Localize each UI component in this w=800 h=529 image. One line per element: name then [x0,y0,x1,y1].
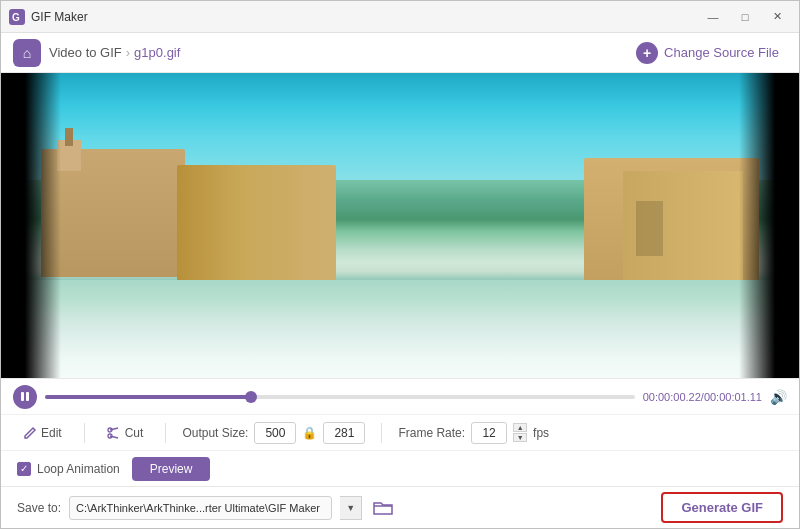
cut-label: Cut [125,426,144,440]
edit-label: Edit [41,426,62,440]
progress-fill [45,395,251,399]
title-bar: G GIF Maker — □ ✕ [1,1,799,33]
frame-rate-group: Frame Rate: ▲ ▼ fps [398,422,549,444]
preview-button[interactable]: Preview [132,457,211,481]
pause-button[interactable] [13,385,37,409]
change-source-icon: + [636,42,658,64]
save-path-input[interactable] [69,496,332,520]
video-letterbox-left [1,73,61,378]
app-window: G GIF Maker — □ ✕ ⌂ Video to GIF › g1p0.… [0,0,800,529]
pause-icon [21,392,29,401]
options-bar: ✓ Loop Animation Preview [1,450,799,486]
open-folder-button[interactable] [370,495,396,521]
edit-icon [23,426,37,440]
save-bar: Save to: ▼ Generate GIF [1,486,799,528]
breadcrumb: Video to GIF › g1p0.gif [49,45,180,60]
loop-animation-checkbox[interactable]: ✓ [17,462,31,476]
nav-bar: ⌂ Video to GIF › g1p0.gif + Change Sourc… [1,33,799,73]
fps-label: fps [533,426,549,440]
breadcrumb-current: g1p0.gif [134,45,180,60]
breadcrumb-parent[interactable]: Video to GIF [49,45,122,60]
lock-icon[interactable]: 🔒 [302,426,317,440]
output-size-label: Output Size: [182,426,248,440]
frame-rate-input[interactable] [471,422,507,444]
playback-controls: 00:00:00.22/00:00:01.11 🔊 [1,378,799,414]
cut-button[interactable]: Cut [101,423,150,443]
svg-text:G: G [12,12,20,23]
toolbar-separator-2 [165,423,166,443]
breadcrumb-separator: › [126,45,130,60]
toolbar: Edit Cut Output Size: 🔒 Frame Rate: ▲ [1,414,799,450]
video-player [1,73,799,378]
toolbar-separator-3 [381,423,382,443]
frame-rate-label: Frame Rate: [398,426,465,440]
output-height-input[interactable] [323,422,365,444]
progress-thumb[interactable] [245,391,257,403]
home-icon[interactable]: ⌂ [13,39,41,67]
minimize-button[interactable]: — [699,7,727,27]
window-title: GIF Maker [31,10,699,24]
generate-container: Generate GIF [661,492,783,523]
toolbar-separator-1 [84,423,85,443]
volume-icon[interactable]: 🔊 [770,389,787,405]
spinner-down-button[interactable]: ▼ [513,433,527,442]
save-path-dropdown-button[interactable]: ▼ [340,496,362,520]
save-to-label: Save to: [17,501,61,515]
time-display: 00:00:00.22/00:00:01.11 [643,391,762,403]
loop-animation-text: Loop Animation [37,462,120,476]
video-background [1,73,799,378]
folder-icon [373,500,393,516]
edit-button[interactable]: Edit [17,423,68,443]
change-source-label: Change Source File [664,45,779,60]
generate-gif-button[interactable]: Generate GIF [661,492,783,523]
time-current: 00:00:00.22 [643,391,701,403]
change-source-button[interactable]: + Change Source File [628,38,787,68]
spinner-up-button[interactable]: ▲ [513,423,527,432]
window-controls: — □ ✕ [699,7,791,27]
close-button[interactable]: ✕ [763,7,791,27]
frame-rate-spinner: ▲ ▼ [513,423,527,442]
output-width-input[interactable] [254,422,296,444]
video-letterbox-right [739,73,799,378]
progress-bar[interactable] [45,395,635,399]
output-size-group: Output Size: 🔒 [182,422,365,444]
checkmark-icon: ✓ [20,463,28,474]
loop-animation-label[interactable]: ✓ Loop Animation [17,462,120,476]
app-icon: G [9,9,25,25]
time-total: 00:00:01.11 [704,391,762,403]
video-frame [1,73,799,378]
cut-icon [107,426,121,440]
water-overlay [1,280,799,378]
maximize-button[interactable]: □ [731,7,759,27]
